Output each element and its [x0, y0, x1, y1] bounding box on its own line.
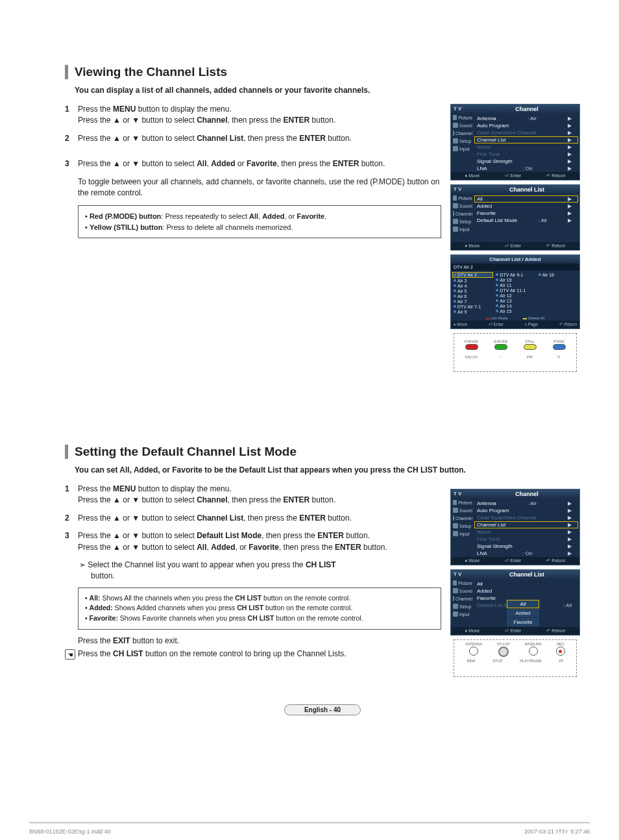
- menu-channel-icon: Channel: [451, 129, 474, 137]
- step2: 2 Press the ▲ or ▼ button to select Chan…: [65, 133, 441, 144]
- osd-row-defaultlistmode: Default List Mode: All▶: [474, 217, 578, 224]
- s2-step1: 1 Press the MENU button to display the m…: [65, 484, 441, 506]
- smode-button-icon: [494, 344, 507, 350]
- osd-row-channellist: Channel List▶: [474, 136, 578, 143]
- hand-line: ☚Press the CH LIST button on the remote …: [65, 649, 441, 660]
- section-defaultmode: Setting the Default Channel List Mode Yo…: [65, 445, 580, 678]
- option-all: All: [507, 600, 539, 608]
- menu-setup-icon: Setup: [451, 137, 474, 145]
- osd-row-clear: Clear Scrambled Channel▶: [474, 129, 578, 136]
- step3: 3 Press the ▲ or ▼ button to select All,…: [65, 158, 441, 199]
- osd-row-favorite: Favorite▶: [474, 210, 578, 217]
- osd-row-lna: LNA: On▶: [474, 165, 578, 172]
- osd-channel-menu-2: T VChannel Picture Sound Channel Setup I…: [450, 489, 580, 565]
- menu-sound-icon: Sound: [451, 121, 474, 129]
- footer-divider: [29, 822, 590, 823]
- osd-channel-grid: Channel List / Added DTV Air 2 DTV Air 2…: [450, 254, 580, 329]
- still-button-icon: [524, 344, 537, 350]
- grid-col2: DTV Air 9-1 Air 10 Air 11 DTV Air 11-1 A…: [494, 272, 535, 314]
- step1: 1 Press the MENU button to display the m…: [65, 104, 441, 127]
- remote-illustration-2: ANTENNA CH LIST WISELINK REC REW STOP PL…: [454, 639, 577, 677]
- info-box-1: • Red (P.MODE) button: Press repeatedly …: [78, 205, 441, 238]
- s2-step2: 2 Press the ▲ or ▼ button to select Chan…: [65, 513, 441, 524]
- antenna-button-icon: [469, 647, 478, 656]
- osd-row-added: Added▶: [474, 203, 578, 210]
- osd-row-antenna: Antenna: Air▶: [474, 115, 578, 122]
- hand-icon: ☚: [65, 649, 75, 660]
- grid-col3: Air 18: [537, 272, 578, 314]
- osd-row-signal: Signal Strength▶: [474, 158, 578, 165]
- footer-right: 2007-03-21 ｿﾀﾈﾄ 9:27:46: [524, 828, 590, 835]
- section2-intro: You can set All, Added, or Favorite to b…: [65, 465, 580, 475]
- remote-illustration-1: P.MODE S.MODE STILL P.SIZE FAV.CH ♡ PIP …: [454, 333, 577, 372]
- osd-channellist-menu: T VChannel List Picture Sound Channel Se…: [450, 184, 580, 251]
- section2-title: Setting the Default Channel List Mode: [65, 445, 580, 459]
- option-added: Added: [507, 609, 539, 617]
- section1-intro: You can display a list of all channels, …: [65, 86, 580, 95]
- pmode-button-icon: [465, 344, 478, 350]
- note-arrow: ➢ Select the Channel list you want to ap…: [79, 560, 441, 582]
- menu-picture-icon: Picture: [451, 114, 474, 121]
- exit-line: Press the EXIT button to exit.: [78, 636, 441, 645]
- info-box-2: • All: Shows All the channels when you p…: [78, 587, 441, 630]
- footer-left: BN68-01192E-02Eng-1.indd 40: [29, 828, 111, 835]
- osd-channellist-menu-2: T VChannel List Picture Sound Channel Se…: [450, 569, 580, 636]
- osd-row-autoprogram: Auto Program▶: [474, 122, 578, 129]
- osd-row-all: All▶: [474, 195, 578, 203]
- section1-title: Viewing the Channel Lists: [65, 65, 580, 79]
- osd-row-finetune: Fine Tune▶: [474, 151, 578, 158]
- option-favorite: Favorite: [507, 618, 539, 626]
- wiselink-button-icon: [529, 647, 538, 656]
- rec-button-icon: [556, 647, 565, 656]
- chlist-button-icon: [498, 647, 509, 657]
- osd-channel-menu: T VChannel Picture Sound Channel Setup I…: [450, 104, 580, 180]
- grid-col1: DTV Air 2 Air 3 Air 4 Air 5 Air 6 Air 7 …: [452, 272, 493, 314]
- psize-button-icon: [553, 344, 566, 350]
- osd-row-name: Name▶: [474, 143, 578, 151]
- menu-input-icon: Input: [451, 145, 474, 153]
- page-number: English - 40: [65, 704, 580, 715]
- s2-step3: 3 Press the ▲ or ▼ button to select Defa…: [65, 530, 441, 553]
- section-viewing: Viewing the Channel Lists You can displa…: [65, 65, 580, 373]
